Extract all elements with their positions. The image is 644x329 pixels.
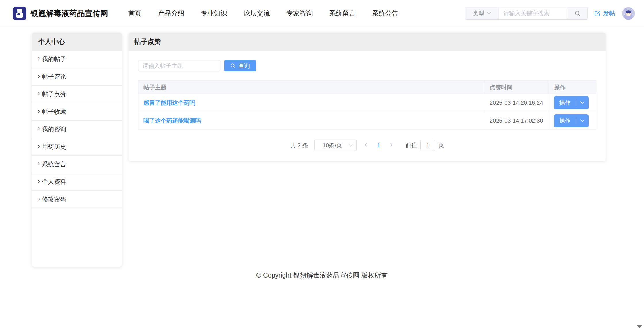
time-cell: 2025-03-14 17:02:30 xyxy=(484,112,549,129)
type-select[interactable]: 类型 xyxy=(465,7,499,19)
create-post-link[interactable]: 发帖 xyxy=(595,9,615,18)
sidebar-menu-item[interactable]: › 帖子评论 xyxy=(32,68,122,86)
current-page-number[interactable]: 1 xyxy=(377,142,380,149)
top-header: 银翘解毒液药品宣传网 首页 产品介绍 专业知识 论坛交流 专家咨询 系统留言 系… xyxy=(0,0,644,27)
nav-item[interactable]: 首页 xyxy=(128,9,141,18)
pagination: 共 2 条 10条/页 ‹ 1 › 前往 页 xyxy=(129,140,606,151)
header-right: 类型 发帖 xyxy=(465,7,635,20)
user-center-sidebar: 个人中心 › 我的帖子 › 帖子评论 › 帖子点赞 › xyxy=(32,33,122,267)
chevron-down-icon[interactable] xyxy=(576,119,589,122)
chevron-right-icon: › xyxy=(38,160,40,167)
sidebar-item-label: 帖子点赞 xyxy=(42,90,66,98)
search-icon xyxy=(574,10,581,17)
sidebar-item-label: 用药历史 xyxy=(42,143,66,151)
action-button-label: 操作 xyxy=(554,99,576,107)
chevron-right-icon: › xyxy=(38,178,40,185)
sidebar-menu-item[interactable]: › 个人资料 xyxy=(32,173,122,191)
like-time: 2025-03-14 17:02:30 xyxy=(490,117,543,124)
chevron-down-icon xyxy=(487,12,491,15)
sidebar-menu-item[interactable]: › 修改密码 xyxy=(32,191,122,208)
action-dropdown-button[interactable]: 操作 xyxy=(554,114,589,127)
sidebar-item-label: 系统留言 xyxy=(42,160,66,168)
pagination-total: 共 2 条 xyxy=(290,142,308,149)
chevron-right-icon: › xyxy=(38,125,40,132)
medicine-bottle-icon xyxy=(13,7,26,20)
scroll-down-arrow[interactable] xyxy=(637,325,642,328)
chevron-down-icon[interactable] xyxy=(576,101,589,104)
sidebar-menu-item[interactable]: › 我的咨询 xyxy=(32,121,122,138)
chevron-right-icon: › xyxy=(38,195,40,202)
chevron-right-icon: › xyxy=(38,143,40,150)
page-size-select[interactable]: 10条/页 xyxy=(314,140,356,151)
table-row: 感冒了能用这个药吗 2025-03-14 20:16:24 操作 xyxy=(138,94,596,112)
sidebar-menu-item[interactable]: › 帖子收藏 xyxy=(32,103,122,121)
search-icon xyxy=(230,63,236,69)
chevron-right-icon: › xyxy=(38,90,40,97)
copyright-text: © Copyright 银翘解毒液药品宣传网 版权所有 xyxy=(0,271,644,280)
nav-item[interactable]: 系统留言 xyxy=(329,9,356,18)
col-header-action: 操作 xyxy=(549,81,596,94)
query-button-label: 查询 xyxy=(238,62,250,70)
sidebar-item-label: 帖子收藏 xyxy=(42,108,66,116)
table-row: 喝了这个药还能喝酒吗 2025-03-14 17:02:30 操作 xyxy=(138,112,596,129)
query-button[interactable]: 查询 xyxy=(224,60,256,71)
goto-page-input[interactable] xyxy=(420,140,435,151)
post-likes-panel: 帖子点赞 查询 帖子主题 点赞时间 操作 感冒了能用这个药吗 xyxy=(129,33,606,161)
topic-search-input[interactable] xyxy=(138,60,220,71)
sidebar-menu-item[interactable]: › 系统留言 xyxy=(32,156,122,173)
nav-item[interactable]: 论坛交流 xyxy=(244,9,270,18)
page: 银翘解毒液药品宣传网 首页 产品介绍 专业知识 论坛交流 专家咨询 系统留言 系… xyxy=(0,0,644,329)
prev-page-arrow[interactable]: ‹ xyxy=(365,140,367,148)
sidebar-menu-item[interactable]: › 帖子点赞 xyxy=(32,86,122,103)
action-dropdown-button[interactable]: 操作 xyxy=(554,96,589,109)
nav-item[interactable]: 专家咨询 xyxy=(286,9,313,18)
edit-icon xyxy=(595,10,601,16)
sidebar-item-label: 帖子评论 xyxy=(42,73,66,81)
main-nav: 首页 产品介绍 专业知识 论坛交流 专家咨询 系统留言 系统公告 xyxy=(128,9,398,18)
sidebar-item-label: 我的帖子 xyxy=(42,55,66,63)
table-header-row: 帖子主题 点赞时间 操作 xyxy=(138,81,596,94)
sidebar-menu-item[interactable]: › 用药历史 xyxy=(32,138,122,156)
chevron-right-icon: › xyxy=(38,73,40,80)
post-topic-link[interactable]: 喝了这个药还能喝酒吗 xyxy=(143,117,201,125)
sidebar-menu: › 我的帖子 › 帖子评论 › 帖子点赞 › 帖子收藏 xyxy=(32,51,122,208)
post-topic-link[interactable]: 感冒了能用这个药吗 xyxy=(143,99,195,107)
header-search-group: 类型 xyxy=(465,7,588,20)
brand-logo[interactable] xyxy=(13,7,26,20)
goto-label: 前往 xyxy=(405,142,417,149)
nav-item[interactable]: 产品介绍 xyxy=(158,9,184,18)
type-select-label: 类型 xyxy=(473,9,484,17)
topic-cell: 感冒了能用这个药吗 xyxy=(138,94,484,112)
sidebar-item-label: 修改密码 xyxy=(42,195,66,203)
col-header-time: 点赞时间 xyxy=(484,81,549,94)
panel-title: 帖子点赞 xyxy=(129,33,606,51)
page-unit-label: 页 xyxy=(438,142,444,149)
chevron-right-icon: › xyxy=(38,55,40,62)
table-body: 感冒了能用这个药吗 2025-03-14 20:16:24 操作 xyxy=(138,94,596,129)
next-page-arrow[interactable]: › xyxy=(390,140,393,148)
user-avatar[interactable] xyxy=(622,7,635,20)
keyword-search-input[interactable] xyxy=(499,7,568,19)
site-title: 银翘解毒液药品宣传网 xyxy=(30,8,108,19)
topic-cell: 喝了这个药还能喝酒吗 xyxy=(138,112,484,129)
chevron-down-icon xyxy=(349,144,353,147)
col-header-topic: 帖子主题 xyxy=(138,81,484,94)
like-time: 2025-03-14 20:16:24 xyxy=(490,100,543,106)
time-cell: 2025-03-14 20:16:24 xyxy=(484,94,549,112)
action-cell: 操作 xyxy=(549,112,596,129)
nav-item[interactable]: 系统公告 xyxy=(372,9,398,18)
header-search-button[interactable] xyxy=(568,7,587,19)
sidebar-item-label: 个人资料 xyxy=(42,178,66,186)
action-cell: 操作 xyxy=(549,94,596,112)
chevron-right-icon: › xyxy=(38,108,40,115)
sidebar-menu-item[interactable]: › 我的帖子 xyxy=(32,51,122,68)
action-button-label: 操作 xyxy=(554,117,576,125)
nav-item[interactable]: 专业知识 xyxy=(201,9,227,18)
sidebar-title: 个人中心 xyxy=(32,33,122,51)
create-post-label: 发帖 xyxy=(603,9,615,18)
page-size-value: 10条/页 xyxy=(323,142,342,149)
likes-table: 帖子主题 点赞时间 操作 感冒了能用这个药吗 2025-03-14 20:16:… xyxy=(138,80,596,130)
sidebar-item-label: 我的咨询 xyxy=(42,125,66,133)
